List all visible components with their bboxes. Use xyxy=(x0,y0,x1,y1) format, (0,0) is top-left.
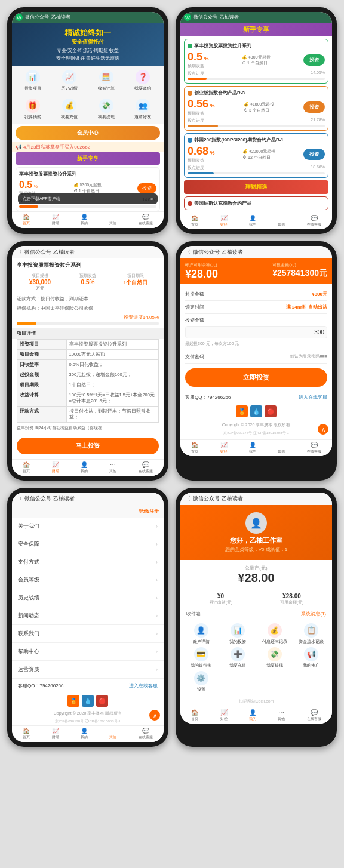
p2-nav-service[interactable]: 💬在线客服 xyxy=(307,215,321,227)
p1-invest-btn[interactable]: 投资 xyxy=(137,183,156,193)
p6-grid-8[interactable]: ⚙️ 设置 xyxy=(184,671,219,692)
p5-payment-label: 支付方式 xyxy=(18,558,39,566)
p3-stat-1-label: 预期收益 xyxy=(64,273,111,279)
p2-red-dot-4 xyxy=(188,201,192,206)
p5-menu-security[interactable]: 安全保障 › xyxy=(12,535,164,553)
p2-product-2-header: 创业板指数合约产品R-3 xyxy=(188,90,325,96)
p5-back-icon[interactable]: 〈 xyxy=(17,495,22,503)
p1-toast-close[interactable]: × xyxy=(150,197,153,201)
p6-back-bar: 〈 微信公众号 乙柚读者 xyxy=(180,493,332,505)
p6-grid-icon-4: 💳 xyxy=(194,647,208,661)
p6-back-icon[interactable]: 〈 xyxy=(185,495,191,503)
p2-nav-home[interactable]: 🏠首页 xyxy=(191,215,198,227)
p2-nav-other[interactable]: ⋯其他 xyxy=(278,215,285,227)
p4-qq-link[interactable]: 进入在线客服 xyxy=(299,394,327,401)
p4-scroll-top[interactable]: ∧ xyxy=(318,424,328,435)
p5-help-label: 帮助中心 xyxy=(18,648,39,655)
p5-scroll-top[interactable]: ∧ xyxy=(149,710,160,721)
p2-nav-finance[interactable]: 📈财经 xyxy=(220,215,228,227)
p5-menu-history[interactable]: 历史战绩 › xyxy=(12,589,164,607)
p6-grid-6[interactable]: 💸 我要提现 xyxy=(257,647,292,669)
p1-icon-lottery[interactable]: 🎁 我要抽奖 xyxy=(16,99,50,120)
p1-icon-history[interactable]: 📈 历史战绩 xyxy=(53,70,87,91)
p1-icon-calc[interactable]: 🧮 收益计算 xyxy=(89,70,124,91)
p4-nav-mine[interactable]: 👤我的 xyxy=(249,442,256,454)
p6-grid: 👤 账户详情 📊 我的投资 💰 付息还本记录 📋 资金流水记账 💳 xyxy=(180,620,332,696)
p5-qq-link[interactable]: 进入在线客服 xyxy=(129,682,158,689)
p6-nav-service[interactable]: 💬在线客服 xyxy=(307,709,321,722)
p2-product-3: 韩国200指数(KOPSI200)期货合约产品R-1 0.68 % 预期收益 💰… xyxy=(184,133,328,178)
p5-login-btn[interactable]: 登录/注册 xyxy=(139,508,159,515)
p6-grid-5[interactable]: ➕ 我要充值 xyxy=(221,647,256,669)
p1-icon-recharge[interactable]: 💰 我要充值 xyxy=(53,99,87,120)
p2-p1-invest-btn[interactable]: 投资 xyxy=(303,54,325,66)
p2-p2-invest-btn[interactable]: 投资 xyxy=(303,101,325,113)
p5-menu-news[interactable]: 新闻动态 › xyxy=(12,607,164,625)
p5-contact-label: 联系我们 xyxy=(18,630,39,638)
p6-grid-7[interactable]: 📢 我的推广 xyxy=(294,647,329,669)
p1-nav-service[interactable]: 💬在线客服 xyxy=(139,214,153,226)
p4-nav-other[interactable]: ⋯其他 xyxy=(278,442,285,454)
p2-p3-invest-btn[interactable]: 投资 xyxy=(303,149,325,160)
p4-nav-service[interactable]: 💬在线客服 xyxy=(307,442,321,454)
p4-amount-input[interactable] xyxy=(185,326,327,338)
p1-icon-invite[interactable]: ❓ 我要邀约 xyxy=(126,70,161,91)
p4-qq-row: 客服QQ：794266266 进入在线客服 xyxy=(185,392,327,403)
p5-nav-home[interactable]: 🏠首页 xyxy=(23,728,30,740)
p5-nav-other[interactable]: ⋯其他 xyxy=(109,728,116,740)
p3-nav-home[interactable]: 🏠首页 xyxy=(23,461,30,474)
p4-submit-btn[interactable]: 立即投资 xyxy=(185,368,327,387)
p4-back-icon[interactable]: 〈 xyxy=(185,248,191,256)
badge-1: 🏅 xyxy=(236,405,248,417)
p5-menu-ops[interactable]: 运营资质 › xyxy=(12,661,164,679)
p5-menu-vip[interactable]: 会员等级 › xyxy=(12,571,164,589)
p5-menu-help[interactable]: 帮助中心 › xyxy=(12,643,164,661)
p5-history-label: 历史战绩 xyxy=(18,594,39,602)
wechat-bar-2: W 微信公众号 乙柚读者 xyxy=(180,12,332,23)
p6-nav-finance[interactable]: 📈财经 xyxy=(220,709,228,722)
p1-nav-mine[interactable]: 👤我的 xyxy=(81,214,88,226)
home-icon-2: 🏠 xyxy=(191,215,198,221)
p1-icon-friends[interactable]: 👥 邀请好友 xyxy=(126,99,161,120)
p5-nav-mine[interactable]: 👤我的 xyxy=(81,728,88,740)
p3-stat-1-val: 0.5% xyxy=(64,279,111,285)
p1-nav-finance[interactable]: 📈财经 xyxy=(52,214,59,226)
p2-p4-title: 美国纳斯达克指数合约产品 xyxy=(194,200,251,207)
p6-level: 您的会员等级：V0 成长值：1 xyxy=(185,546,327,553)
p5-nav-service[interactable]: 💬在线客服 xyxy=(139,728,153,740)
p3-back-icon[interactable]: 〈 xyxy=(17,248,22,256)
p6-grid-3[interactable]: 📋 资金流水记账 xyxy=(294,623,329,645)
p2-p2-body: 0.56 % 预期收益 💰 ¥1800元起投 ⏱ 3 个自然日 投资 xyxy=(188,98,325,116)
p4-available-label: 可投金额(元) xyxy=(272,262,327,268)
p4-nav-finance[interactable]: 📈财经 xyxy=(220,442,228,454)
member-center-btn[interactable]: 会员中心 xyxy=(16,126,160,140)
p6-grid-2[interactable]: 💰 付息还本记录 xyxy=(257,623,292,645)
p6-nav-other[interactable]: ⋯其他 xyxy=(278,709,285,722)
p5-nav-finance[interactable]: 📈财经 xyxy=(52,728,59,740)
table-label-3: 起投金额 xyxy=(17,370,67,380)
p6-grid-0[interactable]: 👤 账户详情 xyxy=(184,623,219,645)
p5-menu-payment[interactable]: 支付方式 › xyxy=(12,553,164,571)
p5-menu-contact[interactable]: 联系我们 › xyxy=(12,625,164,643)
p1-icon-withdraw[interactable]: 💸 我要提现 xyxy=(89,99,124,120)
p6-grid-4[interactable]: 💳 我的银行卡 xyxy=(184,647,219,669)
table-label-2: 日收益率 xyxy=(17,360,67,370)
p2-nav-mine[interactable]: 👤我的 xyxy=(249,215,256,227)
p4-nav-home[interactable]: 🏠首页 xyxy=(191,442,198,454)
p3-nav-finance[interactable]: 📈财经 xyxy=(52,461,59,474)
p3-nav-other[interactable]: ⋯其他 xyxy=(109,461,116,474)
p3-nav-mine[interactable]: 👤我的 xyxy=(81,461,88,474)
p5-menu-about[interactable]: 关于我们 › xyxy=(12,518,164,535)
p2-p3-progress xyxy=(188,172,325,174)
wechat-logo-1: W xyxy=(16,14,23,21)
p6-nav-home[interactable]: 🏠首页 xyxy=(191,709,198,722)
p6-nav-mine[interactable]: 👤我的 xyxy=(249,709,256,722)
p1-nav-other[interactable]: ⋯其他 xyxy=(109,214,116,226)
p3-invest-btn[interactable]: 马上投资 xyxy=(17,438,159,454)
p1-nav: 🏠首页 📈财经 👤我的 ⋯其他 💬在线客服 xyxy=(12,211,164,228)
p3-nav-service[interactable]: 💬在线客服 xyxy=(139,461,153,474)
p6-grid-1[interactable]: 📊 我的投资 xyxy=(221,623,256,645)
phone-5-screen: 〈 微信公众号 乙柚读者 登录/注册 关于我们 › 安全保障 › 支付方式 › … xyxy=(12,493,164,742)
p1-nav-home[interactable]: 🏠首页 xyxy=(23,214,30,226)
p1-icon-invest[interactable]: 📊 投资项目 xyxy=(16,70,50,91)
